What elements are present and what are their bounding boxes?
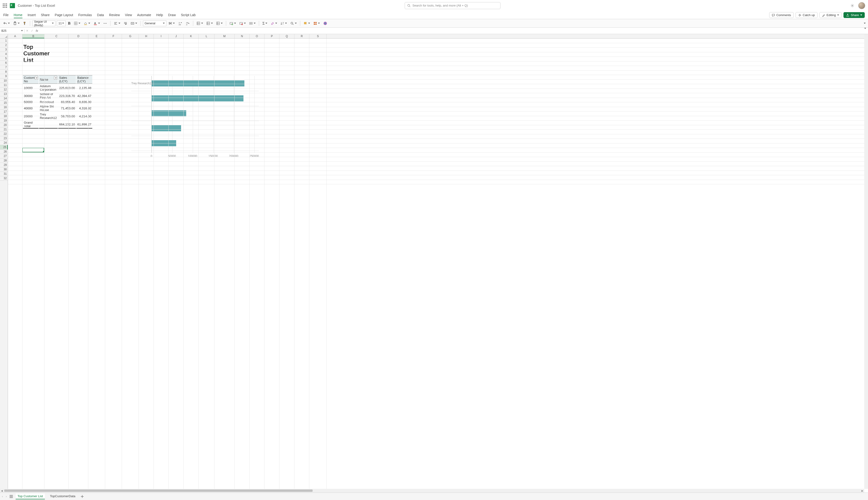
sort-filter-button[interactable] bbox=[279, 21, 288, 26]
cells-area[interactable]: Top Customer List CRONUS USA, Inc. Data … bbox=[8, 38, 864, 489]
row-header[interactable]: 22 bbox=[0, 132, 8, 136]
formula-bar-expand-icon[interactable] bbox=[863, 29, 868, 33]
row-headers[interactable]: 1234567891011121314151617181920212223242… bbox=[0, 38, 8, 489]
table-row[interactable]: 40000Alpine Ski House71,453.004,316.92 bbox=[23, 104, 92, 112]
row-header[interactable]: 3 bbox=[0, 47, 8, 52]
ribbon-tab-data[interactable]: Data bbox=[97, 12, 104, 18]
vertical-scrollbar[interactable] bbox=[864, 34, 868, 489]
ribbon-tab-share[interactable]: Share bbox=[41, 12, 49, 18]
borders-button[interactable] bbox=[73, 21, 81, 26]
ribbon-tab-script-lab[interactable]: Script Lab bbox=[181, 12, 196, 18]
filter-dropdown-icon[interactable] bbox=[54, 76, 57, 79]
col-header[interactable]: N bbox=[235, 34, 250, 38]
sheet-tab[interactable]: TopCustomerData bbox=[48, 493, 77, 499]
document-title[interactable]: Customer - Top List Excel bbox=[18, 4, 55, 8]
app-launcher-icon[interactable] bbox=[3, 3, 7, 8]
decrease-decimal-button[interactable]: .00.0 bbox=[185, 21, 191, 26]
row-header[interactable]: 20 bbox=[0, 123, 8, 127]
catch-up-button[interactable]: Catch up bbox=[796, 12, 818, 18]
add-sheet-button[interactable] bbox=[80, 495, 84, 499]
select-all-corner[interactable] bbox=[0, 34, 8, 38]
row-header[interactable]: 6 bbox=[0, 61, 8, 65]
autosum-button[interactable]: Σ bbox=[261, 21, 268, 26]
ribbon-expand-button[interactable] bbox=[863, 22, 867, 24]
filter-dropdown-icon[interactable] bbox=[35, 76, 38, 79]
row-header[interactable]: 12 bbox=[0, 87, 8, 92]
row-header[interactable]: 1 bbox=[0, 38, 8, 43]
wrap-text-button[interactable] bbox=[123, 21, 128, 26]
scroll-right-icon[interactable]: ► bbox=[860, 489, 864, 492]
more-font-options-button[interactable] bbox=[102, 21, 108, 26]
col-header[interactable]: D bbox=[69, 34, 88, 38]
add-ins-button[interactable] bbox=[312, 21, 321, 26]
font-size-select[interactable]: 11 bbox=[57, 21, 66, 26]
row-header[interactable]: 26 bbox=[0, 149, 8, 154]
ribbon-tab-home[interactable]: Home bbox=[14, 12, 22, 18]
comments-button[interactable]: Comments bbox=[769, 12, 794, 18]
row-header[interactable]: 28 bbox=[0, 158, 8, 163]
chart-bar[interactable] bbox=[152, 125, 181, 131]
ribbon-tab-review[interactable]: Review bbox=[109, 12, 120, 18]
scroll-left-icon[interactable]: ◄ bbox=[0, 489, 4, 492]
sensitivity-button[interactable] bbox=[302, 21, 311, 26]
row-header[interactable]: 24 bbox=[0, 141, 8, 145]
col-header[interactable]: H bbox=[139, 34, 154, 38]
merge-button[interactable] bbox=[130, 21, 138, 26]
font-name-select[interactable]: Segoe UI (Body) bbox=[33, 21, 55, 26]
horizontal-align-button[interactable] bbox=[113, 21, 121, 26]
horizontal-scrollbar[interactable]: ◄ ► bbox=[0, 489, 864, 492]
settings-icon[interactable] bbox=[850, 3, 855, 8]
sheet-next-icon[interactable]: › bbox=[6, 495, 7, 498]
row-header[interactable]: 29 bbox=[0, 163, 8, 167]
col-header[interactable]: Q bbox=[279, 34, 294, 38]
row-header[interactable]: 23 bbox=[0, 136, 8, 141]
ribbon-tab-help[interactable]: Help bbox=[156, 12, 163, 18]
format-cells-button[interactable] bbox=[215, 21, 224, 26]
format-painter-button[interactable] bbox=[22, 21, 27, 26]
row-header[interactable]: 19 bbox=[0, 118, 8, 123]
bold-button[interactable]: B bbox=[67, 21, 71, 26]
cell-size-button[interactable] bbox=[248, 21, 256, 26]
col-header[interactable]: J bbox=[169, 34, 184, 38]
user-avatar[interactable] bbox=[858, 2, 865, 9]
ribbon-tab-file[interactable]: File bbox=[3, 12, 9, 18]
paste-button[interactable] bbox=[12, 21, 21, 26]
all-sheets-icon[interactable] bbox=[10, 495, 13, 498]
col-header[interactable]: L bbox=[198, 34, 215, 38]
ribbon-tab-automate[interactable]: Automate bbox=[137, 12, 151, 18]
table-row[interactable]: 10000Adatum Corporation225,613.002,135.4… bbox=[23, 84, 92, 92]
delete-cells-button[interactable] bbox=[205, 21, 214, 26]
fill-color-button[interactable] bbox=[83, 21, 91, 26]
col-header[interactable]: A bbox=[8, 34, 22, 38]
sheet-prev-icon[interactable]: ‹ bbox=[2, 495, 3, 498]
number-format-select[interactable]: General bbox=[143, 21, 167, 26]
spreadsheet-grid[interactable]: ABCDEFGHIJKLMNOPQRS 12345678910111213141… bbox=[0, 34, 868, 492]
col-header[interactable]: O bbox=[250, 34, 264, 38]
increase-decimal-button[interactable]: .0.00 bbox=[177, 21, 183, 26]
column-headers[interactable]: ABCDEFGHIJKLMNOPQRS bbox=[8, 34, 864, 38]
row-header[interactable]: 4 bbox=[0, 52, 8, 56]
chart-bar[interactable] bbox=[152, 95, 243, 101]
formula-input[interactable] bbox=[39, 27, 863, 34]
col-header[interactable]: F bbox=[105, 34, 122, 38]
row-header[interactable]: 31 bbox=[0, 172, 8, 176]
row-header[interactable]: 17 bbox=[0, 110, 8, 114]
row-header[interactable]: 2 bbox=[0, 43, 8, 47]
row-header[interactable]: 15 bbox=[0, 101, 8, 105]
row-header[interactable]: 18 bbox=[0, 114, 8, 118]
editing-mode-button[interactable]: Editing bbox=[819, 12, 842, 18]
name-box[interactable]: B25 bbox=[0, 29, 24, 33]
clear-button[interactable] bbox=[270, 21, 278, 26]
row-header[interactable]: 11 bbox=[0, 83, 8, 87]
scroll-thumb[interactable] bbox=[4, 489, 312, 492]
share-button[interactable]: Share bbox=[844, 12, 865, 18]
row-header[interactable]: 5 bbox=[0, 56, 8, 61]
ribbon-tab-draw[interactable]: Draw bbox=[168, 12, 176, 18]
ribbon-tab-view[interactable]: View bbox=[125, 12, 132, 18]
ribbon-tab-formulas[interactable]: Formulas bbox=[78, 12, 92, 18]
fx-icon[interactable]: fx bbox=[36, 29, 38, 33]
col-header[interactable]: K bbox=[184, 34, 198, 38]
ribbon-tab-page-layout[interactable]: Page Layout bbox=[55, 12, 73, 18]
sheet-tab[interactable]: Top Customer List bbox=[16, 493, 45, 499]
row-header[interactable]: 21 bbox=[0, 127, 8, 132]
